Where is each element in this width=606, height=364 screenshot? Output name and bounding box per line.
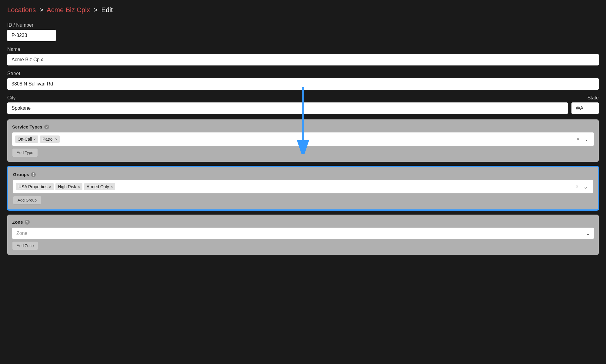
- breadcrumb-locations[interactable]: Locations: [7, 6, 36, 14]
- groups-label: Groups: [13, 172, 29, 177]
- groups-actions: × ⌄: [573, 183, 590, 190]
- service-types-label: Service Types: [12, 124, 42, 129]
- city-field: City: [7, 95, 568, 114]
- blue-arrow: [294, 87, 312, 154]
- tag-patrol: Patrol ×: [40, 135, 60, 143]
- tag-armed-only-remove[interactable]: ×: [111, 185, 113, 189]
- groups-clear-icon[interactable]: ×: [573, 184, 581, 189]
- name-field-group: Name: [7, 47, 599, 65]
- tag-patrol-label: Patrol: [42, 137, 54, 142]
- tag-usa-properties: USA Properties ×: [16, 183, 54, 190]
- tag-usa-properties-remove[interactable]: ×: [49, 185, 52, 189]
- tag-oncall-remove[interactable]: ×: [33, 137, 36, 141]
- zone-panel: Zone ? Zone Add Zone: [7, 215, 599, 255]
- street-label: Street: [7, 71, 599, 76]
- city-label: City: [7, 95, 568, 101]
- tag-oncall: On-Call ×: [15, 135, 38, 143]
- tag-usa-properties-label: USA Properties: [18, 184, 48, 189]
- breadcrumb: Locations > Acme Biz Cplx > Edit: [7, 6, 599, 14]
- state-field: State: [571, 95, 599, 114]
- state-label: State: [571, 95, 599, 101]
- breadcrumb-sep2: >: [94, 6, 98, 14]
- street-field-group: Street: [7, 71, 599, 90]
- id-field-group: ID / Number: [7, 22, 599, 41]
- breadcrumb-location-name[interactable]: Acme Biz Cplx: [47, 6, 90, 14]
- name-label: Name: [7, 47, 599, 52]
- zone-title: Zone ?: [12, 219, 594, 225]
- groups-input[interactable]: USA Properties × High Risk × Armed Only …: [13, 180, 593, 193]
- groups-dropdown-icon[interactable]: ⌄: [581, 184, 590, 190]
- zone-help-icon[interactable]: ?: [25, 220, 30, 225]
- service-types-actions: × ⌄: [574, 135, 591, 143]
- zone-select-divider: [581, 230, 581, 237]
- service-types-help-icon[interactable]: ?: [44, 125, 49, 129]
- groups-panel: Groups ? USA Properties × High Risk × Ar…: [7, 166, 599, 210]
- service-types-dropdown-icon[interactable]: ⌄: [582, 136, 591, 142]
- state-input[interactable]: [571, 102, 599, 114]
- tag-armed-only: Armed Only ×: [84, 183, 115, 190]
- zone-select-wrapper: Zone: [12, 228, 594, 239]
- zone-select[interactable]: Zone: [12, 228, 594, 239]
- name-input[interactable]: [7, 54, 599, 65]
- tag-high-risk-remove[interactable]: ×: [78, 185, 80, 189]
- id-input[interactable]: [7, 30, 56, 41]
- breadcrumb-action: Edit: [101, 6, 113, 14]
- tag-oncall-label: On-Call: [18, 137, 32, 142]
- page-wrapper: Locations > Acme Biz Cplx > Edit ID / Nu…: [7, 6, 599, 255]
- tag-patrol-remove[interactable]: ×: [55, 137, 58, 141]
- zone-label: Zone: [12, 219, 23, 225]
- id-label: ID / Number: [7, 22, 599, 28]
- groups-help-icon[interactable]: ?: [31, 172, 36, 177]
- groups-title: Groups ?: [13, 172, 593, 177]
- tag-high-risk: High Risk ×: [55, 183, 82, 190]
- city-input[interactable]: [7, 102, 568, 114]
- tag-armed-only-label: Armed Only: [87, 184, 109, 189]
- add-zone-button[interactable]: Add Zone: [12, 241, 38, 250]
- tag-high-risk-label: High Risk: [58, 184, 76, 189]
- breadcrumb-sep1: >: [39, 6, 43, 14]
- service-types-clear-icon[interactable]: ×: [574, 136, 582, 142]
- add-group-button[interactable]: Add Group: [13, 196, 41, 205]
- add-type-button[interactable]: Add Type: [12, 148, 38, 157]
